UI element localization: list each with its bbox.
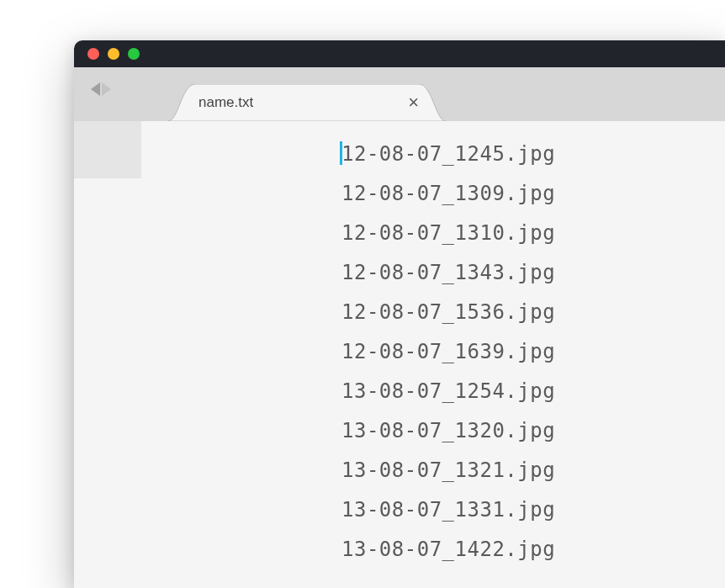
file-tab[interactable]: name.txt × — [168, 84, 446, 121]
code-line[interactable]: 13-08-07_1331.jpg — [341, 490, 725, 530]
tab-bar: name.txt × — [74, 67, 725, 121]
code-line[interactable]: 12-08-07_1536.jpg — [341, 293, 725, 332]
maximize-window-button[interactable] — [128, 48, 140, 60]
window-titlebar[interactable] — [74, 40, 725, 67]
gutter — [74, 121, 141, 178]
close-window-button[interactable] — [87, 48, 99, 60]
code-line[interactable]: 13-08-07_1254.jpg — [341, 372, 725, 411]
editor-area[interactable]: 12-08-07_1245.jpg 12-08-07_1309.jpg 12-0… — [141, 121, 725, 588]
code-line[interactable]: 12-08-07_1309.jpg — [341, 174, 725, 214]
minimize-window-button[interactable] — [108, 48, 119, 60]
tab-close-icon[interactable]: × — [408, 93, 419, 112]
text-cursor — [340, 141, 342, 165]
nav-back-icon[interactable] — [91, 82, 100, 96]
editor-window: name.txt × 12-08-07_1245.jpg 12-08-07_13… — [74, 40, 725, 588]
code-line[interactable]: 12-08-07_1639.jpg — [341, 332, 725, 372]
nav-arrows — [91, 82, 111, 96]
tab-label: name.txt — [198, 94, 253, 111]
editor-text[interactable]: 12-08-07_1245.jpg 12-08-07_1309.jpg 12-0… — [141, 121, 725, 569]
code-line[interactable]: 12-08-07_1310.jpg — [341, 214, 725, 253]
code-line[interactable]: 13-08-07_1422.jpg — [341, 530, 725, 569]
editor-body: 12-08-07_1245.jpg 12-08-07_1309.jpg 12-0… — [74, 121, 725, 588]
code-line[interactable]: 13-08-07_1320.jpg — [341, 411, 725, 451]
code-line[interactable]: 12-08-07_1245.jpg — [341, 135, 725, 174]
code-line[interactable]: 13-08-07_1321.jpg — [341, 451, 725, 490]
code-line[interactable]: 12-08-07_1343.jpg — [341, 253, 725, 293]
nav-forward-icon[interactable] — [102, 82, 111, 96]
